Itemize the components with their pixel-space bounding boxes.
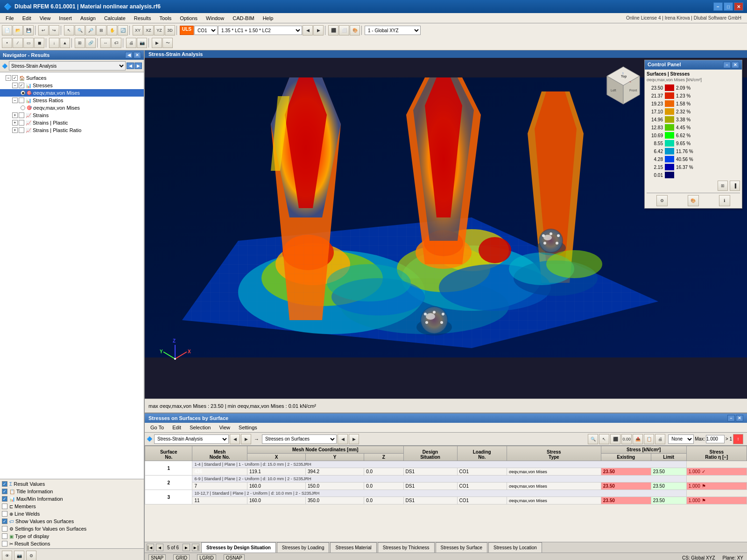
page-next[interactable]: ► bbox=[183, 544, 190, 551]
bp-menu-goto[interactable]: Go To bbox=[147, 424, 168, 431]
bp-warning-btn[interactable]: ! bbox=[733, 434, 743, 444]
combo-co1[interactable]: CO1 bbox=[194, 26, 218, 35]
tb-render[interactable]: ⬛ bbox=[328, 25, 338, 35]
page-first[interactable]: |◄ bbox=[147, 544, 154, 551]
cp-min[interactable]: − bbox=[723, 62, 731, 68]
nav-members[interactable]: ⊏ Members bbox=[0, 503, 144, 510]
analysis-selector[interactable]: Stress-Strain Analysis bbox=[9, 61, 126, 70]
tb-dim[interactable]: ↔ bbox=[100, 38, 111, 48]
tb-screenshot[interactable]: 📷 bbox=[137, 38, 147, 48]
toggle-stresses[interactable]: − bbox=[12, 83, 18, 88]
tab-material[interactable]: Stresses Material bbox=[330, 542, 376, 553]
tb-label[interactable]: 🏷 bbox=[111, 38, 121, 48]
bp-btn-print[interactable]: 🖨 bbox=[655, 434, 665, 444]
status-osnap[interactable]: OSNAP bbox=[224, 554, 245, 560]
minimize-btn[interactable]: − bbox=[713, 2, 723, 11]
tb-zoom-all[interactable]: ⊞ bbox=[96, 25, 106, 35]
bp-btn-select[interactable]: ↖ bbox=[599, 434, 609, 444]
tb-wireframe[interactable]: ⬜ bbox=[339, 25, 349, 35]
menu-file[interactable]: File bbox=[2, 14, 18, 22]
tb-grid[interactable]: ⊞ bbox=[75, 38, 85, 48]
cb-result-sections[interactable] bbox=[2, 541, 7, 546]
tb-zoom-out[interactable]: 🔎 bbox=[85, 25, 96, 35]
tb-redo[interactable]: ↪ bbox=[49, 25, 59, 35]
radio-stress-eqv[interactable] bbox=[21, 91, 25, 95]
bp-btn-filter[interactable]: 🔍 bbox=[588, 434, 598, 444]
tb-deform[interactable]: 〜 bbox=[162, 38, 173, 48]
tree-strains[interactable]: + 📈 Strains bbox=[0, 112, 144, 119]
tb-color[interactable]: 🎨 bbox=[350, 25, 360, 35]
tb-view-xy[interactable]: XY bbox=[133, 25, 143, 35]
menu-help[interactable]: Help bbox=[259, 14, 277, 22]
cb-strains-plastic[interactable] bbox=[19, 120, 24, 126]
nav-prev[interactable]: ◀ bbox=[127, 63, 134, 69]
menu-view[interactable]: View bbox=[36, 14, 55, 22]
menu-cadbim[interactable]: CAD-BIM bbox=[229, 14, 258, 22]
tree-strains-plastic[interactable]: + 📈 Strains | Plastic bbox=[0, 119, 144, 126]
nav-btn-camera[interactable]: 📷 bbox=[14, 551, 24, 560]
toggle-stress-ratios[interactable]: − bbox=[12, 98, 18, 103]
bp-combo-analysis[interactable]: Stress-Strain Analysis bbox=[154, 434, 229, 444]
tb-animate[interactable]: ▶ bbox=[152, 38, 162, 48]
tb-zoom-in[interactable]: 🔍 bbox=[75, 25, 85, 35]
toggle-strains[interactable]: + bbox=[12, 112, 18, 118]
cb-stresses[interactable]: ✓ bbox=[19, 83, 24, 88]
nav-close[interactable]: ✕ bbox=[134, 52, 141, 58]
table-scroll[interactable]: SurfaceNo. MeshNode No. Mesh Node Coordi… bbox=[145, 446, 747, 542]
tb-view-yz[interactable]: YZ bbox=[154, 25, 164, 35]
nav-result-values[interactable]: ✓ Σ Result Values bbox=[0, 480, 144, 488]
cp-legend-btn[interactable]: 🎨 bbox=[688, 195, 699, 206]
tab-location[interactable]: Stresses by Location bbox=[488, 542, 542, 553]
bp-close[interactable]: ✕ bbox=[736, 415, 743, 421]
tree-stress-eqv[interactable]: 🎯 σeqv,max,von Mises bbox=[0, 89, 144, 97]
menu-edit[interactable]: Edit bbox=[19, 14, 35, 22]
tb-snap[interactable]: 🔗 bbox=[85, 38, 96, 48]
bp-btn-value[interactable]: 0.00 bbox=[621, 434, 632, 444]
nav-collapse[interactable]: ◀ bbox=[125, 52, 133, 58]
bp-combo-stresses[interactable]: Stresses on Surfaces bbox=[262, 434, 337, 444]
bp-next[interactable]: ▶ bbox=[241, 434, 251, 444]
tree-surfaces[interactable]: − ✓ 🏠 Surfaces bbox=[0, 74, 144, 82]
tb-prev-lc[interactable]: ◀ bbox=[303, 25, 313, 35]
tb-print[interactable]: 🖨 bbox=[126, 38, 136, 48]
cp-bar-view[interactable]: ▐ bbox=[730, 181, 740, 191]
cb-show-values[interactable]: ✓ bbox=[2, 518, 7, 524]
tb-view-3d[interactable]: 3D bbox=[165, 25, 175, 35]
menu-results[interactable]: Results bbox=[130, 14, 155, 22]
menu-tools[interactable]: Tools bbox=[155, 14, 175, 22]
bp-menu-settings[interactable]: Settings bbox=[235, 424, 261, 431]
bp-btn-copy[interactable]: 📋 bbox=[644, 434, 654, 444]
cb-title-info[interactable]: ✓ bbox=[2, 489, 7, 494]
toggle-surfaces[interactable]: − bbox=[6, 75, 11, 81]
tree-strains-plastic-ratio[interactable]: + 📈 Strains | Plastic Ratio bbox=[0, 126, 144, 134]
tb-node[interactable]: • bbox=[2, 38, 12, 48]
bp-menu-view[interactable]: View bbox=[215, 424, 234, 431]
bp-menu-selection[interactable]: Selection bbox=[186, 424, 214, 431]
tb-pan[interactable]: ✋ bbox=[107, 25, 117, 35]
toggle-strains-plastic[interactable]: + bbox=[12, 120, 18, 126]
tab-design-situation[interactable]: Stresses by Design Situation bbox=[201, 542, 276, 553]
combo-lc[interactable]: 1.35 * LC1 + 1.50 * LC2 bbox=[218, 26, 302, 35]
cb-surfaces[interactable]: ✓ bbox=[12, 75, 18, 81]
combo-coord-system[interactable]: 1 - Global XYZ bbox=[365, 26, 421, 35]
tab-thickness[interactable]: Stresses by Thickness bbox=[378, 542, 435, 553]
nav-next[interactable]: ▶ bbox=[134, 63, 142, 69]
nav-title-info[interactable]: ✓ 📋 Title Information bbox=[0, 488, 144, 495]
tb-new[interactable]: 📄 bbox=[2, 25, 12, 35]
toggle-strains-plastic-ratio[interactable]: + bbox=[12, 127, 18, 133]
bp-btn-highlight[interactable]: ⬛ bbox=[610, 434, 620, 444]
bp-max-input[interactable] bbox=[706, 435, 725, 443]
tb-load[interactable]: ↓ bbox=[49, 38, 59, 48]
bp-menu-edit[interactable]: Edit bbox=[169, 424, 185, 431]
close-btn[interactable]: ✕ bbox=[734, 2, 743, 11]
nav-show-values[interactable]: ✓ 🏷 Show Values on Surfaces bbox=[0, 518, 144, 525]
cp-settings-btn[interactable]: ⚙ bbox=[656, 195, 668, 206]
page-last[interactable]: ►| bbox=[192, 544, 199, 551]
menu-window[interactable]: Window bbox=[202, 14, 228, 22]
radio-stress-ratio-eqv[interactable] bbox=[21, 105, 25, 110]
nav-settings-values[interactable]: ⚙ Settings for Values on Surfaces bbox=[0, 525, 144, 532]
nav-btn-settings[interactable]: ⚙ bbox=[26, 551, 36, 560]
tree-stresses[interactable]: − ✓ 📊 Stresses bbox=[0, 82, 144, 89]
page-prev[interactable]: ◄ bbox=[156, 544, 163, 551]
tb-line[interactable]: ⁄ bbox=[13, 38, 23, 48]
